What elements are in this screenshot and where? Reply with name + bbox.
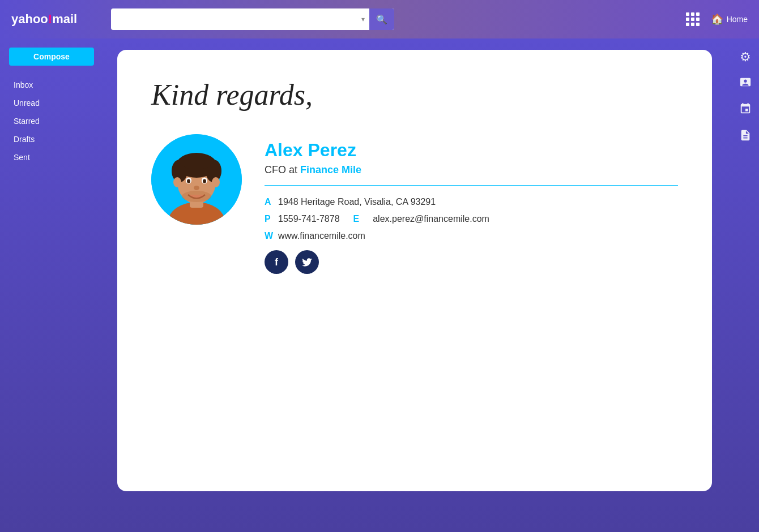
- settings-icon[interactable]: ⚙: [740, 50, 751, 65]
- svg-point-9: [212, 177, 220, 187]
- home-label: Home: [727, 15, 748, 24]
- website-value: www.financemile.com: [278, 231, 365, 241]
- phone-value: 1559-741-7878: [278, 214, 340, 224]
- signature-info: Alex Perez CFO at Finance Mile A 1948 He…: [265, 134, 678, 274]
- email-value: alex.perez@financemile.com: [373, 214, 489, 224]
- address-value: 1948 Heritage Road, Visalia, CA 93291: [278, 197, 436, 207]
- svg-point-13: [203, 179, 206, 183]
- contact-icon[interactable]: [739, 76, 752, 91]
- header-right: 🏠 Home: [686, 12, 748, 26]
- main: Compose Inbox Unread Starred Drafts Sent…: [0, 38, 759, 532]
- search-bar: ▾ 🔍: [111, 8, 394, 30]
- calendar-icon[interactable]: [739, 102, 752, 118]
- header: yahoo!mail ▾ 🔍 🏠 Home: [0, 0, 759, 38]
- email-card: Kind regards,: [117, 50, 712, 491]
- content: Kind regards,: [103, 38, 732, 532]
- svg-point-7: [180, 153, 214, 169]
- title-prefix: CFO at: [265, 164, 297, 175]
- svg-point-12: [187, 179, 190, 183]
- svg-point-8: [173, 177, 181, 187]
- search-button[interactable]: 🔍: [369, 8, 394, 30]
- website-row: W www.financemile.com: [265, 231, 678, 241]
- address-label: A: [265, 197, 274, 207]
- phone-label: P: [265, 214, 274, 224]
- sidebar-item-sent[interactable]: Sent: [2, 149, 101, 165]
- right-panel: ⚙: [732, 38, 759, 532]
- person-name: Alex Perez: [265, 140, 678, 161]
- search-icon: 🔍: [376, 14, 387, 25]
- notes-icon[interactable]: [739, 129, 752, 144]
- home-link[interactable]: 🏠 Home: [711, 13, 748, 25]
- address-row: A 1948 Heritage Road, Visalia, CA 93291: [265, 197, 678, 207]
- grid-icon[interactable]: [686, 12, 700, 26]
- twitter-icon[interactable]: [295, 250, 319, 274]
- signature-block: Alex Perez CFO at Finance Mile A 1948 He…: [151, 134, 678, 274]
- home-icon: 🏠: [711, 13, 723, 25]
- divider: [265, 185, 678, 186]
- sidebar: Compose Inbox Unread Starred Drafts Sent: [0, 38, 103, 532]
- sidebar-item-drafts[interactable]: Drafts: [2, 131, 101, 147]
- company-name: Finance Mile: [300, 164, 361, 175]
- search-input[interactable]: [117, 15, 357, 24]
- compose-button[interactable]: Compose: [9, 48, 94, 66]
- email-greeting: Kind regards,: [151, 78, 678, 111]
- facebook-icon[interactable]: f: [265, 250, 288, 274]
- social-icons: f: [265, 250, 678, 274]
- phone-email-row: P 1559-741-7878 E alex.perez@financemile…: [265, 214, 678, 224]
- website-label: W: [265, 231, 274, 241]
- logo: yahoo!mail: [11, 12, 102, 27]
- avatar: [151, 134, 242, 225]
- sidebar-item-unread[interactable]: Unread: [2, 95, 101, 111]
- sidebar-item-inbox[interactable]: Inbox: [2, 77, 101, 93]
- sidebar-item-starred[interactable]: Starred: [2, 113, 101, 129]
- person-title: CFO at Finance Mile: [265, 164, 678, 176]
- svg-point-14: [194, 186, 199, 190]
- email-label: E: [353, 214, 360, 224]
- chevron-down-icon: ▾: [361, 15, 365, 23]
- svg-point-15: [182, 191, 211, 202]
